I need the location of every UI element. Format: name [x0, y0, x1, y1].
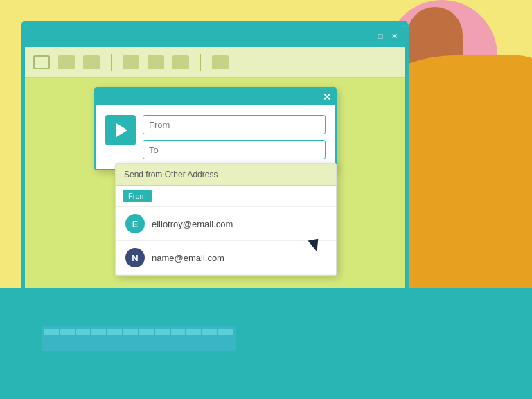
send-arrow-icon: [116, 123, 127, 137]
to-input[interactable]: [143, 140, 326, 159]
dialog-body: [96, 105, 335, 169]
email-fields: [143, 115, 326, 159]
key: [60, 329, 75, 335]
more-icon: [212, 55, 229, 69]
key: [155, 329, 170, 335]
key: [91, 329, 106, 335]
close-window-button[interactable]: ✕: [389, 31, 399, 41]
toolbar-divider: [111, 54, 112, 71]
delete-icon: [83, 55, 100, 69]
email-address-1: elliotroy@email.com: [152, 219, 233, 229]
minimize-button[interactable]: —: [362, 31, 371, 41]
key: [123, 329, 138, 335]
monitor-screen: — □ ✕ ✕: [25, 25, 405, 328]
email-option-2[interactable]: N name@email.com: [116, 241, 336, 275]
dialog-close-button[interactable]: ✕: [323, 91, 331, 103]
from-input[interactable]: [143, 115, 326, 134]
from-dropdown: Send from Other Address From E elliotroy…: [115, 163, 337, 276]
email-compose-dialog: ✕: [94, 87, 337, 170]
dropdown-from-row: From: [116, 186, 336, 207]
send-icon-box: [105, 115, 136, 145]
key: [171, 329, 186, 335]
inbox-icon: [58, 55, 75, 69]
keyboard: [42, 326, 236, 351]
email-address-2: name@email.com: [152, 253, 224, 263]
key: [186, 329, 201, 335]
layout-icon: [123, 55, 139, 69]
key: [44, 329, 59, 335]
list-icon: [148, 55, 164, 69]
toolbar-divider-2: [200, 54, 201, 71]
dropdown-header: Send from Other Address: [116, 164, 336, 186]
toolbar: [25, 47, 405, 78]
maximize-button[interactable]: □: [375, 31, 385, 41]
from-label: From: [123, 190, 152, 202]
monitor-top-bar: — □ ✕: [25, 25, 405, 47]
monitor: — □ ✕ ✕: [21, 21, 409, 332]
key: [76, 329, 91, 335]
avatar-elliot: E: [125, 214, 145, 233]
key: [202, 329, 217, 335]
avatar-name: N: [125, 248, 145, 267]
key: [107, 329, 122, 335]
key: [218, 329, 233, 335]
mail-icon: [33, 55, 50, 69]
key: [139, 329, 154, 335]
cursor-shape: [308, 239, 321, 253]
dropdown-items-list: E elliotroy@email.com N name@email.com: [116, 207, 336, 275]
dialog-header: ✕: [96, 89, 335, 105]
email-option-1[interactable]: E elliotroy@email.com: [116, 207, 336, 241]
grid-icon: [172, 55, 189, 69]
desk: [0, 288, 532, 399]
